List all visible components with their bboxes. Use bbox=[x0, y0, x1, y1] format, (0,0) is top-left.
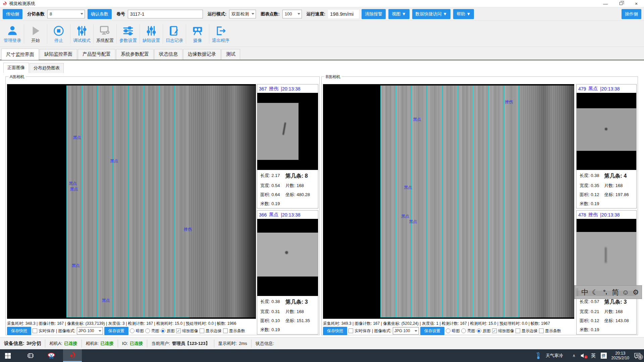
current-user-label: 当前用户: bbox=[151, 341, 170, 347]
width-value: 0.35 bbox=[591, 183, 599, 188]
defect-header[interactable]: 478 挫伤 |20:13:38 bbox=[577, 210, 636, 219]
save-snapshot-button[interactable]: 保存快照 bbox=[7, 327, 31, 335]
original-image-radio[interactable] bbox=[477, 328, 481, 333]
bright-image-radio[interactable] bbox=[145, 328, 150, 333]
tab-test[interactable]: 测试 bbox=[221, 49, 240, 60]
camera-b-image[interactable]: 挫伤黑点黑点黑点黑点 bbox=[323, 84, 574, 319]
tab-defect-monitor[interactable]: 缺陷监控界面 bbox=[40, 49, 77, 60]
show-strips-checkbox[interactable] bbox=[539, 328, 544, 333]
hidden-icons-chevron[interactable]: ∧ bbox=[573, 353, 576, 358]
realtime-save-checkbox[interactable] bbox=[33, 328, 37, 333]
clear-alarm-button[interactable]: 清除报警 bbox=[362, 9, 386, 19]
zoom-image-label: 缩放图像 bbox=[182, 328, 198, 334]
realtime-save-checkbox[interactable] bbox=[348, 328, 353, 333]
log-record-button[interactable]: 日志记录 bbox=[164, 24, 185, 44]
language-indicator[interactable]: 英 bbox=[591, 353, 596, 359]
log-book-icon bbox=[169, 24, 180, 37]
defect-overlay-label: 黑点 bbox=[70, 186, 78, 192]
defect-header[interactable]: 367 挫伤 |20:13:38 bbox=[257, 84, 318, 93]
camera-b-title: B面相机 bbox=[324, 74, 342, 80]
tab-edge-data-record[interactable]: 边缘数据记录 bbox=[183, 49, 221, 60]
dark-image-radio[interactable] bbox=[130, 328, 135, 333]
defect-header[interactable]: 479 黑点 |20:13:38 bbox=[577, 84, 636, 93]
defect-type: 挫伤 bbox=[588, 212, 598, 218]
defect-header[interactable]: 366 黑点 |20:13:38 bbox=[257, 210, 318, 219]
web-strips-plain bbox=[189, 85, 256, 317]
data-quick-access-button[interactable]: 数据快捷访问 ▼ bbox=[412, 9, 450, 19]
image-format-select[interactable]: JPG 100 bbox=[393, 327, 419, 335]
defect-thumbnail[interactable] bbox=[257, 93, 318, 170]
defect-settings-button[interactable]: 缺陷设置 bbox=[141, 24, 162, 44]
defect-thumbnail[interactable] bbox=[577, 219, 636, 296]
taskbar-clock[interactable]: 20:13 2025/2/10 bbox=[611, 351, 629, 360]
exit-program-button[interactable]: 退出程序 bbox=[210, 24, 231, 44]
camera-a-connection-label: 相机A: bbox=[49, 341, 62, 347]
ime-simplified-toggle[interactable]: 简 bbox=[611, 288, 620, 297]
dark-image-label: 暗图 bbox=[452, 328, 460, 334]
view-menu-button[interactable]: 视图 ▼ bbox=[388, 9, 409, 19]
tab-system-parameter-config[interactable]: 系统参数配置 bbox=[116, 49, 154, 60]
confirm-strips-button[interactable]: 确认条数 bbox=[88, 9, 112, 19]
original-image-radio[interactable] bbox=[161, 328, 165, 333]
system-config-button[interactable]: 系统配置 bbox=[95, 24, 115, 44]
bright-image-radio[interactable] bbox=[461, 328, 466, 333]
start-button[interactable] bbox=[0, 349, 15, 362]
debug-mode-button[interactable]: 调试模式 bbox=[71, 24, 92, 44]
roll-number-input[interactable] bbox=[128, 10, 203, 18]
dark-image-radio[interactable] bbox=[446, 328, 450, 333]
chart-points-select[interactable]: 100 bbox=[282, 10, 302, 18]
show-edge-checkbox[interactable] bbox=[516, 328, 520, 333]
ime-punctuation-toggle[interactable]: °, bbox=[601, 289, 610, 296]
pieces-value: 168 bbox=[615, 309, 623, 314]
help-menu-button[interactable]: 帮助 ▼ bbox=[453, 9, 474, 19]
defect-thumbnail[interactable] bbox=[257, 219, 318, 296]
ime-chinese-mode[interactable]: 中 bbox=[580, 288, 589, 297]
show-edge-checkbox[interactable] bbox=[200, 328, 204, 333]
coord-value: 143.08 bbox=[615, 318, 629, 323]
snipping-tool-button[interactable] bbox=[44, 349, 59, 362]
tab-product-model-config[interactable]: 产品型号配置 bbox=[78, 49, 115, 60]
save-settings-button[interactable]: 保存设置 bbox=[104, 327, 128, 335]
thermometer-icon[interactable] bbox=[536, 352, 541, 359]
volume-muted-icon[interactable]: × bbox=[580, 353, 586, 358]
subtab-distribution-trend[interactable]: 分布趋势图表 bbox=[30, 63, 64, 73]
save-snapshot-button[interactable]: 保存快照 bbox=[323, 327, 347, 335]
run-mode-select[interactable]: 双面检测 bbox=[229, 10, 256, 18]
zoom-image-checkbox[interactable] bbox=[492, 328, 497, 333]
ime-emoji-icon[interactable]: ☺ bbox=[621, 288, 630, 296]
camera-a-controls: 保存快照 实时保存 | 图像格式: JPG 100 保存设置 暗图 亮图 原图 … bbox=[7, 327, 245, 335]
admin-login-button[interactable]: 管理登录 bbox=[2, 24, 23, 44]
stop-button[interactable]: 停止 bbox=[48, 24, 69, 44]
ime-indicator[interactable]: 拼 bbox=[601, 353, 607, 359]
operator-side-button[interactable]: 操作侧 bbox=[622, 9, 641, 19]
meters-value: 0.19 bbox=[271, 201, 280, 206]
strip-count-select[interactable]: 8 bbox=[47, 10, 85, 18]
save-settings-button[interactable]: 保存设置 bbox=[420, 327, 444, 335]
minimize-button[interactable]: — bbox=[598, 0, 613, 7]
zoom-image-checkbox[interactable] bbox=[176, 328, 181, 333]
camera-a-image[interactable]: 黑点黑点黑点黑点挫伤黑点黑点 bbox=[7, 84, 256, 319]
defect-id: 367 bbox=[259, 86, 267, 92]
tab-status-info[interactable]: 状态信息 bbox=[154, 49, 182, 60]
close-button[interactable]: × bbox=[629, 0, 644, 7]
subtab-front-image[interactable]: 正面图像 bbox=[3, 63, 29, 73]
status-bar: 设备信息: 3#分切 相机A: 已连接 相机B: 已连接 IO: 已连接 当前用… bbox=[0, 337, 644, 349]
weather-text[interactable]: 天气寒冷 bbox=[546, 353, 563, 359]
tab-size-monitor[interactable]: 尺寸监控界面 bbox=[1, 49, 39, 60]
divider bbox=[163, 24, 163, 44]
parameter-settings-button[interactable]: 参数设置 bbox=[118, 24, 139, 44]
maximize-button[interactable] bbox=[613, 0, 629, 7]
ime-moon-icon[interactable]: ☾ bbox=[590, 288, 599, 296]
action-center-button[interactable]: 6 bbox=[634, 353, 641, 359]
inspection-app-taskbar-button[interactable] bbox=[63, 349, 82, 362]
ime-settings-gear-icon[interactable]: ⚙ bbox=[631, 288, 640, 296]
camera-a-group: A面相机 黑点黑点黑点黑点挫伤黑点黑点 采集耗时: 348.3 | 图像计数: … bbox=[5, 76, 320, 335]
image-format-select[interactable]: JPG 100 bbox=[77, 327, 103, 335]
capture-button[interactable]: 摄像 bbox=[187, 24, 208, 44]
drive-side-button[interactable]: 传动侧 bbox=[3, 9, 22, 19]
defect-thumbnail[interactable] bbox=[577, 93, 636, 170]
task-view-button[interactable] bbox=[23, 349, 38, 362]
show-strips-checkbox[interactable] bbox=[223, 328, 228, 333]
start-button[interactable]: 开始 bbox=[25, 24, 46, 44]
ime-drag-handle[interactable] bbox=[576, 288, 578, 296]
